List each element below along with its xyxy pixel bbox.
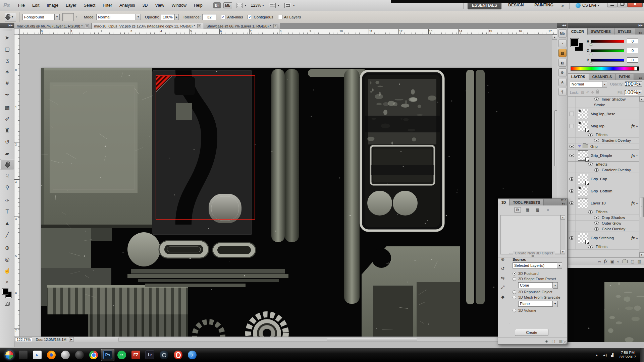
- 3d-roll-tool-icon[interactable]: ↺: [499, 265, 506, 272]
- healing-brush-tool[interactable]: ▩: [0, 102, 14, 113]
- blend-mode-select[interactable]: Normal: [570, 81, 602, 87]
- layer-style-fx-icon[interactable]: fx: [631, 123, 636, 129]
- horizontal-scroll-thumb[interactable]: [327, 338, 417, 341]
- clone-stamp-tool[interactable]: ♜: [0, 125, 14, 136]
- visibility-toggle[interactable]: [568, 209, 576, 215]
- panel-menu-icon[interactable]: ▾≡: [639, 75, 644, 80]
- scroll-up-icon[interactable]: ▲: [552, 35, 557, 40]
- collapse-tools-icon[interactable]: ▶▶: [0, 23, 14, 28]
- layer-row[interactable]: Layer 10fx▴: [568, 197, 639, 209]
- scroll-up-icon[interactable]: ▲: [639, 97, 644, 102]
- path-selection-tool[interactable]: ▲: [0, 218, 14, 229]
- move-tool[interactable]: ➤: [0, 32, 14, 43]
- tab-3d[interactable]: 3D: [498, 199, 509, 205]
- layer-style-fx-icon[interactable]: fx: [631, 200, 636, 206]
- menu-window[interactable]: Window: [168, 0, 190, 11]
- menu-filter[interactable]: Filter: [99, 0, 116, 11]
- taskbar-dark-sphere-icon[interactable]: [73, 349, 86, 361]
- lock-transparency-icon[interactable]: ▨: [581, 90, 584, 94]
- visibility-toggle[interactable]: [568, 167, 576, 173]
- visibility-toggle[interactable]: [568, 143, 576, 149]
- chevron-down-icon[interactable]: ▼: [136, 14, 141, 20]
- chevron-down-icon[interactable]: ▼: [292, 4, 295, 7]
- panel-menu-icon[interactable]: ▾≡: [639, 30, 644, 35]
- eye-icon[interactable]: [588, 210, 593, 214]
- layer-effect-row[interactable]: Stroke: [568, 102, 639, 108]
- layer-effect-row[interactable]: Color Overlay: [568, 226, 639, 232]
- menu-analysis[interactable]: Analysis: [116, 0, 139, 11]
- launch-bridge-button[interactable]: Br: [213, 2, 221, 8]
- horizontal-scrollbar[interactable]: [118, 338, 548, 342]
- lock-pixels-icon[interactable]: ✐: [586, 90, 589, 94]
- 3d-rotate-tool-icon[interactable]: ⊕: [499, 256, 506, 262]
- taskbar-opera-icon[interactable]: [171, 349, 185, 361]
- eye-icon[interactable]: [594, 98, 599, 101]
- chevron-down-icon[interactable]: ▼: [602, 81, 607, 87]
- chevron-down-icon[interactable]: ▼: [244, 4, 247, 7]
- taskbar-itunes-icon[interactable]: ♪: [185, 349, 199, 361]
- visibility-toggle[interactable]: [568, 149, 576, 161]
- visibility-toggle[interactable]: [568, 132, 576, 137]
- options-grip[interactable]: [1, 13, 3, 21]
- collapse-effects-icon[interactable]: ▴: [636, 201, 639, 204]
- radio-3d-repouss-object[interactable]: 3D Repoussé Object: [513, 290, 562, 294]
- menu-edit[interactable]: Edit: [29, 0, 43, 11]
- tab-layers[interactable]: LAYERS: [568, 74, 589, 80]
- new-item-icon[interactable]: ▢: [551, 339, 555, 344]
- line-tool[interactable]: ╱: [0, 229, 14, 240]
- visibility-toggle[interactable]: [568, 221, 576, 226]
- create-button[interactable]: Create: [515, 329, 548, 336]
- layers-opacity-input[interactable]: 100%: [625, 81, 638, 87]
- taskbar-gray-sphere-icon[interactable]: [59, 349, 72, 361]
- layer-row[interactable]: Grip_Bottom: [568, 185, 639, 197]
- radio-3d-shape-from-preset[interactable]: 3D Shape From Preset: [513, 277, 562, 281]
- eye-icon[interactable]: [594, 216, 599, 219]
- taskbar-spotify-icon[interactable]: [115, 349, 128, 361]
- tool-preset-picker[interactable]: ▼: [5, 13, 16, 21]
- layer-thumbnail[interactable]: [578, 186, 588, 196]
- eye-icon[interactable]: [594, 222, 599, 225]
- expand-dock-icon[interactable]: ◀◀: [557, 23, 568, 28]
- launch-mini-bridge-button[interactable]: Mb: [223, 2, 232, 8]
- 3d-materials-filter-icon[interactable]: ▦: [524, 207, 531, 213]
- channel-slider[interactable]: [591, 59, 624, 62]
- show-hidden-icons[interactable]: ▲: [595, 353, 598, 357]
- scroll-down-icon[interactable]: ▼: [639, 252, 644, 257]
- paragraph-panel-icon[interactable]: ¶: [558, 88, 567, 96]
- vertical-ruler[interactable]: 012345678: [14, 35, 20, 342]
- visibility-toggle[interactable]: [568, 215, 576, 220]
- eye-icon[interactable]: [588, 163, 593, 166]
- layer-effect-row[interactable]: Effects: [568, 132, 639, 138]
- collapse-effects-icon[interactable]: ▴: [636, 236, 639, 239]
- cs-live-button[interactable]: CS Live ▼: [576, 3, 602, 8]
- menu-file[interactable]: File: [14, 0, 29, 11]
- character-panel-icon[interactable]: A: [558, 78, 567, 86]
- workspace-overflow-icon[interactable]: »: [559, 3, 567, 8]
- preset-select[interactable]: Cone▼: [518, 282, 558, 289]
- layer-row[interactable]: Grip_Dimplefx▴: [568, 149, 639, 162]
- close-tab-icon[interactable]: ✕: [85, 24, 89, 28]
- fill-input[interactable]: 100%: [625, 90, 638, 95]
- foreground-color-swatch[interactable]: [2, 289, 8, 294]
- history-brush-tool[interactable]: ↺: [0, 136, 14, 147]
- layer-thumbnail[interactable]: [578, 121, 588, 131]
- foreground-color-swatch[interactable]: [571, 39, 579, 47]
- tab-tool-presets[interactable]: TOOL PRESETS: [509, 199, 544, 205]
- channel-value-input[interactable]: 0: [627, 39, 638, 44]
- fill-slider-button[interactable]: ▶: [638, 90, 642, 95]
- eraser-tool[interactable]: ▰: [0, 147, 14, 159]
- mode-select[interactable]: Normal: [96, 14, 136, 20]
- adjustments-panel-icon[interactable]: ◧: [558, 59, 567, 67]
- zoom-tool[interactable]: ⌕: [0, 276, 14, 288]
- scroll-up-icon[interactable]: ▲: [560, 215, 565, 220]
- visibility-toggle[interactable]: [568, 138, 576, 143]
- layer-effect-row[interactable]: Drop Shadow: [568, 215, 639, 221]
- visibility-toggle[interactable]: [568, 244, 576, 249]
- radio-3d-postcard[interactable]: 3D Postcard: [513, 272, 562, 276]
- 3d-rotate-camera-tool[interactable]: ◎: [0, 253, 14, 265]
- checkbox-all-layers[interactable]: All Layers: [278, 15, 301, 19]
- taskbar-dark-app-icon[interactable]: [16, 349, 30, 361]
- 3d-pan-tool-icon[interactable]: ⇆: [499, 275, 506, 281]
- layer-thumbnail[interactable]: [578, 198, 588, 208]
- clock[interactable]: 7:59 PM 8/15/2017: [620, 351, 636, 359]
